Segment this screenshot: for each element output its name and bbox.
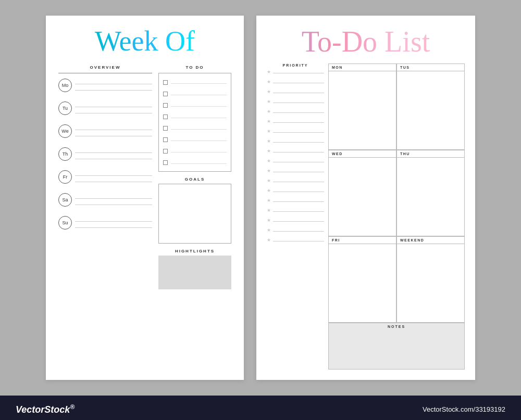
priority-item: ★: [267, 227, 324, 233]
checkbox-row: [163, 114, 227, 119]
day-box-tus: TUS: [396, 63, 465, 150]
day-box-content-fri: [329, 244, 396, 322]
day-line: [75, 109, 152, 113]
priority-line: [273, 99, 324, 103]
day-lines-sa: [75, 195, 152, 205]
checkbox-icon[interactable]: [163, 149, 168, 154]
day-line: [75, 172, 152, 176]
days-row-mid: WED THU: [328, 150, 465, 236]
priority-line: [273, 139, 324, 143]
todo-title: To-Do List: [267, 26, 465, 58]
checkbox-icon[interactable]: [163, 160, 168, 165]
todo-grid-area: PRIORITY ★ ★ ★ ★ ★ ★ ★ ★ ★ ★ ★ ★ ★ ★ ★: [267, 63, 465, 370]
checkbox-icon[interactable]: [163, 103, 168, 108]
checkbox-row: [163, 92, 227, 96]
priority-items: ★ ★ ★ ★ ★ ★ ★ ★ ★ ★ ★ ★ ★ ★ ★ ★ ★: [267, 69, 324, 247]
day-box-header-wed: WED: [329, 150, 396, 158]
day-line: [75, 103, 152, 107]
overview-column: OVERVIEW Mo Tu We: [58, 65, 152, 370]
priority-item: ★: [267, 138, 324, 144]
priority-line: [273, 129, 324, 133]
cb-line: [171, 81, 227, 84]
star-icon: ★: [267, 208, 271, 213]
day-line: [75, 201, 152, 205]
checkbox-row: [163, 103, 227, 108]
day-lines-we: [75, 126, 152, 136]
day-row-tu: Tu: [58, 101, 152, 115]
day-line: [75, 126, 152, 130]
day-box-content-wed: [329, 158, 396, 236]
day-box-header-thu: THU: [397, 150, 464, 158]
priority-line: [273, 109, 324, 113]
day-box-thu: THU: [396, 150, 465, 236]
star-icon: ★: [267, 89, 271, 94]
day-box-wed: WED: [328, 150, 396, 236]
todo-card: To-Do List PRIORITY ★ ★ ★ ★ ★ ★ ★ ★ ★ ★ …: [256, 16, 475, 380]
checkbox-icon[interactable]: [163, 114, 168, 119]
day-row-mo: Mo: [58, 79, 152, 92]
priority-column: PRIORITY ★ ★ ★ ★ ★ ★ ★ ★ ★ ★ ★ ★ ★ ★ ★: [267, 63, 324, 370]
priority-line: [273, 159, 324, 162]
day-box-content-mon: [329, 71, 396, 149]
checkbox-icon[interactable]: [163, 92, 168, 96]
star-icon: ★: [267, 99, 271, 104]
footer: VectorStock® VectorStock.com/33193192: [0, 396, 521, 420]
notes-body: [329, 330, 464, 369]
checkbox-icon[interactable]: [163, 137, 168, 142]
checkbox-icon[interactable]: [163, 80, 168, 85]
priority-item: ★: [267, 188, 324, 193]
priority-line: [273, 119, 324, 123]
day-box-content-weekend: [397, 244, 464, 322]
cb-line: [171, 149, 227, 152]
star-icon: ★: [267, 168, 271, 173]
priority-line: [273, 238, 324, 241]
day-box-header-mon: MON: [329, 64, 396, 71]
priority-item: ★: [267, 198, 324, 203]
day-lines-th: [75, 149, 152, 159]
checkbox-row: [163, 160, 227, 165]
star-icon: ★: [267, 218, 271, 223]
day-circle-mo: Mo: [58, 79, 72, 92]
day-line: [75, 132, 152, 136]
checkbox-icon[interactable]: [163, 126, 168, 131]
star-icon: ★: [267, 79, 271, 84]
priority-line: [273, 218, 324, 222]
day-circle-sa: Sa: [58, 193, 72, 207]
cb-line: [171, 104, 227, 107]
day-lines-tu: [75, 103, 152, 113]
main-area: Week Of OVERVIEW Mo Tu: [0, 0, 521, 396]
todo-column: TO DO GOALS HIGHTLIGHTS: [158, 65, 231, 370]
day-row-we: We: [58, 124, 152, 138]
day-circle-su: Su: [58, 216, 72, 230]
cb-line: [171, 126, 227, 130]
day-box-header-tus: TUS: [397, 64, 464, 71]
cb-line: [171, 161, 227, 164]
day-circle-tu: Tu: [58, 101, 72, 115]
goals-box: [158, 184, 231, 244]
day-box-header-weekend: WEEKEND: [397, 237, 464, 244]
day-line: [75, 149, 152, 153]
day-row-su: Su: [58, 216, 152, 230]
notes-header: NOTES: [329, 323, 464, 330]
priority-item: ★: [267, 218, 324, 223]
priority-line: [273, 70, 324, 73]
day-box-content-thu: [397, 158, 464, 236]
priority-item: ★: [267, 237, 324, 243]
week-content: OVERVIEW Mo Tu We: [58, 65, 231, 370]
star-icon: ★: [267, 119, 271, 124]
overview-divider: [58, 73, 152, 73]
day-box-weekend: WEEKEND: [396, 236, 465, 323]
day-lines-mo: [75, 80, 152, 91]
priority-item: ★: [267, 178, 324, 183]
star-icon: ★: [267, 227, 271, 233]
highlights-box: [158, 256, 231, 289]
star-icon: ★: [267, 237, 271, 243]
day-line: [75, 224, 152, 228]
days-row-bot: FRI WEEKEND: [328, 236, 465, 323]
footer-stock: Stock: [44, 404, 70, 415]
checkbox-row: [163, 149, 227, 154]
priority-line: [273, 90, 324, 93]
cb-line: [171, 92, 227, 95]
priority-line: [273, 179, 324, 182]
day-lines-fr: [75, 172, 152, 182]
